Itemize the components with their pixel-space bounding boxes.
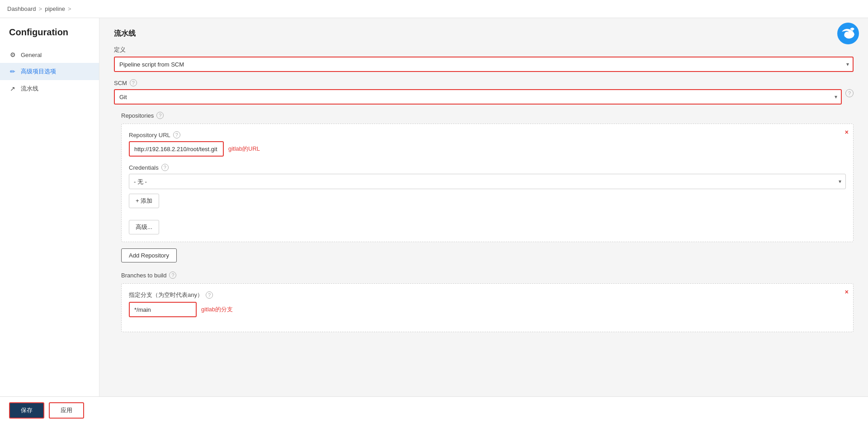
scm-select[interactable]: Git	[114, 89, 842, 105]
credentials-help-icon[interactable]: ?	[161, 164, 169, 171]
save-button[interactable]: 保存	[9, 402, 44, 419]
repositories-section: Repositories ? × Repository URL ? gitlab…	[114, 112, 854, 332]
repo-url-label: Repository URL ?	[129, 131, 846, 138]
main-content: 流水线 定义 Pipeline script from SCM ▾ SCM ?	[99, 18, 868, 424]
scm-help-icon[interactable]: ?	[130, 79, 137, 86]
sidebar-title: Configuration	[0, 27, 99, 47]
scm-extra-help-icon[interactable]: ?	[845, 89, 854, 97]
repo-url-row: Repository URL ? gitlab的URL	[129, 131, 846, 157]
sidebar-item-pipeline[interactable]: ↗ 流水线	[0, 80, 99, 97]
branch-specifier-annotation: gitlab的分支	[201, 305, 233, 314]
repo-close-button[interactable]: ×	[845, 129, 849, 136]
scm-select-wrapper: Git ▾	[114, 89, 842, 105]
definition-label: 定义	[114, 46, 854, 54]
sidebar-item-advanced[interactable]: ✏ 高级项目选项	[0, 63, 99, 80]
breadcrumb-sep-2: >	[68, 5, 71, 12]
credentials-label: Credentials ?	[129, 164, 846, 171]
branch-close-button[interactable]: ×	[845, 288, 849, 295]
branch-specifier-input-row: gitlab的分支	[129, 302, 846, 317]
advanced-button-row: 高级...	[129, 215, 846, 234]
breadcrumb-dashboard[interactable]: Dashboard	[7, 5, 36, 12]
definition-row: 定义 Pipeline script from SCM ▾	[114, 46, 854, 72]
repo-url-annotation: gitlab的URL	[228, 145, 260, 153]
repo-url-input[interactable]	[129, 141, 224, 157]
pipeline-icon: ↗	[9, 85, 16, 92]
breadcrumb-sep-1: >	[39, 5, 42, 12]
branch-specifier-help-icon[interactable]: ?	[206, 291, 213, 299]
scm-row: SCM ? Git ▾ ?	[114, 79, 854, 105]
branch-specifier-row: 指定分支（为空时代表any） ? gitlab的分支	[129, 291, 846, 317]
sidebar-item-pipeline-label: 流水线	[21, 85, 38, 93]
credentials-row: Credentials ? - 无 - ▾ + 添加	[129, 164, 846, 208]
sidebar-item-general-label: General	[21, 52, 42, 58]
repositories-label: Repositories ?	[121, 112, 854, 119]
sidebar-item-advanced-label: 高级项目选项	[21, 67, 56, 76]
breadcrumb-bar: Dashboard > pipeline >	[0, 0, 868, 18]
repo-url-help-icon[interactable]: ?	[173, 131, 180, 138]
branch-specifier-input[interactable]	[129, 302, 197, 317]
repository-card: × Repository URL ? gitlab的URL Credent	[121, 124, 854, 242]
brand-logo	[837, 23, 859, 44]
add-repository-button[interactable]: Add Repository	[121, 248, 177, 262]
credentials-select-wrapper: - 无 - ▾	[129, 174, 846, 189]
general-icon: ⚙	[9, 51, 16, 58]
credentials-select[interactable]: - 无 -	[129, 174, 846, 189]
definition-select-wrapper: Pipeline script from SCM ▾	[114, 57, 854, 72]
scm-label: SCM ?	[114, 79, 854, 86]
apply-button[interactable]: 应用	[49, 402, 84, 419]
repositories-help-icon[interactable]: ?	[156, 112, 164, 119]
add-credentials-button[interactable]: + 添加	[129, 194, 159, 208]
breadcrumb-pipeline[interactable]: pipeline	[45, 5, 65, 12]
sidebar-item-general[interactable]: ⚙ General	[0, 47, 99, 63]
branches-help-icon[interactable]: ?	[169, 272, 176, 279]
branch-card: × 指定分支（为空时代表any） ? gitlab的分支	[121, 283, 854, 332]
action-bar: 保存 应用	[0, 396, 868, 424]
branch-specifier-label: 指定分支（为空时代表any） ?	[129, 291, 846, 299]
definition-select[interactable]: Pipeline script from SCM	[114, 57, 854, 72]
sidebar: Configuration ⚙ General ✏ 高级项目选项 ↗ 流水线	[0, 18, 99, 424]
branches-label: Branches to build ?	[121, 272, 854, 279]
advanced-button[interactable]: 高级...	[129, 220, 159, 234]
page-section-title: 流水线	[114, 29, 854, 38]
scm-field-wrapper: Git ▾ ?	[114, 89, 854, 105]
advanced-icon: ✏	[9, 68, 16, 75]
repo-url-input-row: gitlab的URL	[129, 141, 846, 157]
